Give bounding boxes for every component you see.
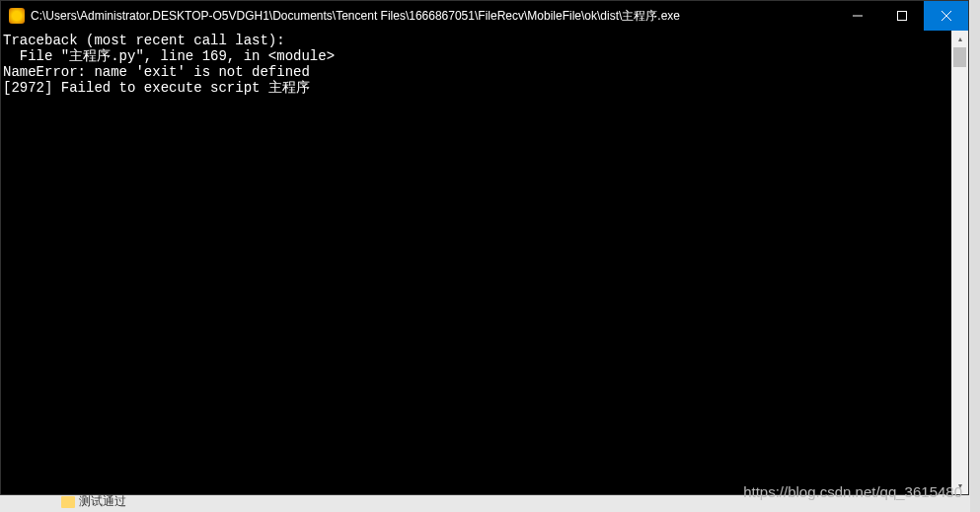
scroll-up-button[interactable]: ▴ [951,31,968,47]
output-line: Traceback (most recent call last): [3,33,285,48]
console-window: C:\Users\Administrator.DESKTOP-O5VDGH1\D… [0,0,969,495]
minimize-icon [853,11,863,21]
maximize-button[interactable] [879,1,924,31]
maximize-icon [897,11,907,21]
folder-label: 测试通过 [79,493,126,510]
output-line: NameError: name 'exit' is not defined [3,64,310,80]
close-icon [942,11,951,21]
watermark-text: https://blog.csdn.net/qq_3615480 [743,483,962,500]
app-icon [9,8,25,24]
output-line: [2972] Failed to execute script 主程序 [3,80,310,96]
output-line: File "主程序.py", line 169, in <module> [3,48,335,64]
folder-icon [61,496,75,508]
minimize-button[interactable] [835,1,879,31]
titlebar-left: C:\Users\Administrator.DESKTOP-O5VDGH1\D… [9,8,680,25]
window-title: C:\Users\Administrator.DESKTOP-O5VDGH1\D… [31,8,680,25]
desktop-edge [970,0,980,512]
scrollbar-track[interactable] [951,47,968,477]
svg-rect-1 [897,12,906,21]
vertical-scrollbar[interactable]: ▴ ▾ [951,31,968,494]
console-area: Traceback (most recent call last): File … [1,31,968,494]
close-button[interactable] [924,1,968,31]
scrollbar-thumb[interactable] [953,47,966,67]
titlebar[interactable]: C:\Users\Administrator.DESKTOP-O5VDGH1\D… [1,1,968,31]
window-controls [835,1,968,31]
console-output[interactable]: Traceback (most recent call last): File … [1,31,951,494]
